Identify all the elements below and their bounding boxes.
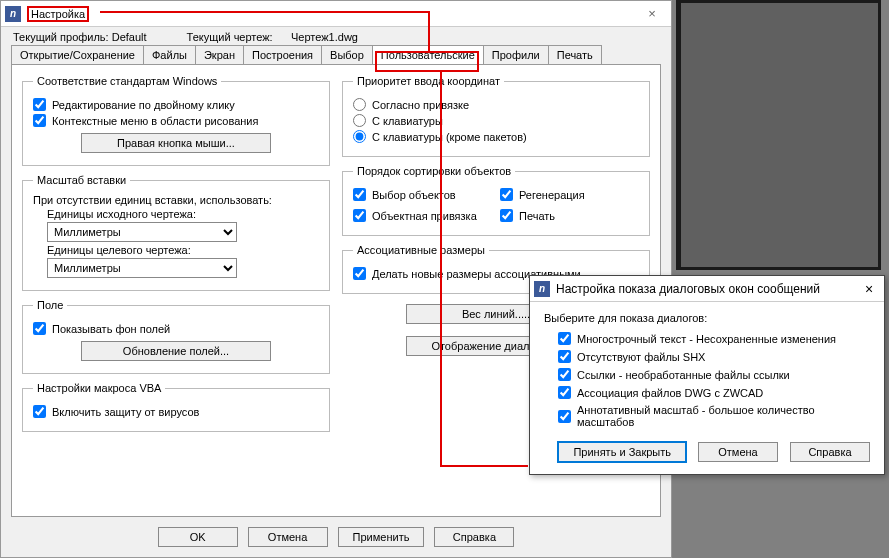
btn-ok[interactable]: OK xyxy=(158,527,238,547)
current-profile-label: Текущий профиль: xyxy=(13,31,109,43)
dialog2-instruction: Выберите для показа диалогов: xyxy=(544,312,870,324)
group-coord-priority: Приоритет ввода координат Согласно привя… xyxy=(342,75,650,157)
profile-row: Текущий профиль: Default Текущий чертеж:… xyxy=(1,27,671,45)
chk-context-menu[interactable] xyxy=(33,114,46,127)
group-field: Поле Показывать фон полей Обновление пол… xyxy=(22,299,330,374)
btn-dialog2-cancel[interactable]: Отмена xyxy=(698,442,778,462)
left-column: Соответствие стандартам Windows Редактир… xyxy=(22,75,330,506)
tab-profiles[interactable]: Профили xyxy=(483,45,549,64)
app-icon: n xyxy=(5,6,21,22)
chk-sort-print[interactable] xyxy=(500,209,513,222)
lbl-sort-regen: Регенерация xyxy=(519,189,585,201)
chk-sort-osnap[interactable] xyxy=(353,209,366,222)
lbl-target-units: Единицы целевого чертежа: xyxy=(47,244,319,256)
chk-dwg-assoc[interactable] xyxy=(558,386,571,399)
chk-virus-protect[interactable] xyxy=(33,405,46,418)
window-title: Настройка xyxy=(27,6,89,22)
tab-open-save[interactable]: Открытие/Сохранение xyxy=(11,45,144,64)
dialog-buttons: OK Отмена Применить Справка xyxy=(1,521,671,557)
lbl-mtext-unsaved: Многострочный текст - Несохраненные изме… xyxy=(577,333,836,345)
chk-field-bg[interactable] xyxy=(33,322,46,335)
btn-apply[interactable]: Применить xyxy=(338,527,425,547)
group-insertion-scale: Масштаб вставки При отсутствии единиц вс… xyxy=(22,174,330,291)
dialog2-titlebar: n Настройка показа диалоговых окон сообщ… xyxy=(530,276,884,302)
dialog2-body: Выберите для показа диалогов: Многостроч… xyxy=(530,302,884,474)
close-icon[interactable]: × xyxy=(637,6,667,21)
dialog2-buttons: Принять и Закрыть Отмена Справка xyxy=(544,442,870,462)
legend-sort: Порядок сортировки объектов xyxy=(353,165,515,177)
btn-update-fields[interactable]: Обновление полей... xyxy=(81,341,271,361)
chk-shx-missing[interactable] xyxy=(558,350,571,363)
btn-dialog2-help[interactable]: Справка xyxy=(790,442,870,462)
lbl-annoscale: Аннотативный масштаб - большое количеств… xyxy=(577,404,870,428)
lbl-coord-kbd: С клавиатуры xyxy=(372,115,443,127)
btn-cancel[interactable]: Отмена xyxy=(248,527,328,547)
lbl-xref-raw: Ссылки - необработанные файлы ссылки xyxy=(577,369,790,381)
tab-print[interactable]: Печать xyxy=(548,45,602,64)
dialog2-close-icon[interactable]: × xyxy=(858,281,880,297)
chk-annoscale[interactable] xyxy=(558,410,571,423)
lbl-sort-osnap: Объектная привязка xyxy=(372,210,477,222)
rad-coord-snap[interactable] xyxy=(353,98,366,111)
rad-coord-kbd-noscript[interactable] xyxy=(353,130,366,143)
legend-insert: Масштаб вставки xyxy=(33,174,130,186)
current-profile-value: Default xyxy=(112,31,147,43)
btn-right-mouse[interactable]: Правая кнопка мыши... xyxy=(81,133,271,153)
btn-help[interactable]: Справка xyxy=(434,527,514,547)
tab-user[interactable]: Пользовательские xyxy=(372,45,484,64)
legend-win-std: Соответствие стандартам Windows xyxy=(33,75,221,87)
legend-field: Поле xyxy=(33,299,67,311)
dialog2-title: Настройка показа диалоговых окон сообщен… xyxy=(556,282,858,296)
btn-accept-close[interactable]: Принять и Закрыть xyxy=(558,442,686,462)
lbl-dwg-assoc: Ассоциация файлов DWG с ZWCAD xyxy=(577,387,763,399)
titlebar: n Настройка × xyxy=(1,1,671,27)
lbl-sort-print: Печать xyxy=(519,210,555,222)
lbl-field-bg: Показывать фон полей xyxy=(52,323,170,335)
group-windows-standards: Соответствие стандартам Windows Редактир… xyxy=(22,75,330,166)
chk-dblclick-edit[interactable] xyxy=(33,98,46,111)
lbl-dblclick-edit: Редактирование по двойному клику xyxy=(52,99,235,111)
lbl-source-units: Единицы исходного чертежа: xyxy=(47,208,319,220)
current-drawing-label: Текущий чертеж: xyxy=(187,31,273,43)
tab-files[interactable]: Файлы xyxy=(143,45,196,64)
legend-coord: Приоритет ввода координат xyxy=(353,75,504,87)
chk-sort-select[interactable] xyxy=(353,188,366,201)
tab-drafting[interactable]: Построения xyxy=(243,45,322,64)
lbl-coord-snap: Согласно привязке xyxy=(372,99,469,111)
message-dialogs-settings: n Настройка показа диалоговых окон сообщ… xyxy=(529,275,885,475)
lbl-context-menu: Контекстные меню в области рисования xyxy=(52,115,258,127)
sel-target-units[interactable]: Миллиметры xyxy=(47,258,237,278)
chk-sort-regen[interactable] xyxy=(500,188,513,201)
chk-mtext-unsaved[interactable] xyxy=(558,332,571,345)
chk-xref-raw[interactable] xyxy=(558,368,571,381)
tabs: Открытие/Сохранение Файлы Экран Построен… xyxy=(1,45,671,64)
chk-assoc-dim[interactable] xyxy=(353,267,366,280)
group-vba: Настройки макроса VBA Включить защиту от… xyxy=(22,382,330,432)
tab-selection[interactable]: Выбор xyxy=(321,45,373,64)
background-window xyxy=(676,0,881,270)
current-drawing-value: Чертеж1.dwg xyxy=(291,31,358,43)
lbl-shx-missing: Отсутствуют файлы SHX xyxy=(577,351,705,363)
group-sort-order: Порядок сортировки объектов Выбор объект… xyxy=(342,165,650,236)
legend-vba: Настройки макроса VBA xyxy=(33,382,165,394)
lbl-virus-protect: Включить защиту от вирусов xyxy=(52,406,199,418)
insert-sentence: При отсутствии единиц вставки, использов… xyxy=(33,194,319,206)
legend-assoc: Ассоциативные размеры xyxy=(353,244,489,256)
sel-source-units[interactable]: Миллиметры xyxy=(47,222,237,242)
tab-display[interactable]: Экран xyxy=(195,45,244,64)
lbl-sort-select: Выбор объектов xyxy=(372,189,456,201)
app-icon: n xyxy=(534,281,550,297)
lbl-coord-kbd-noscript: С клавиатуры (кроме пакетов) xyxy=(372,131,527,143)
rad-coord-kbd[interactable] xyxy=(353,114,366,127)
